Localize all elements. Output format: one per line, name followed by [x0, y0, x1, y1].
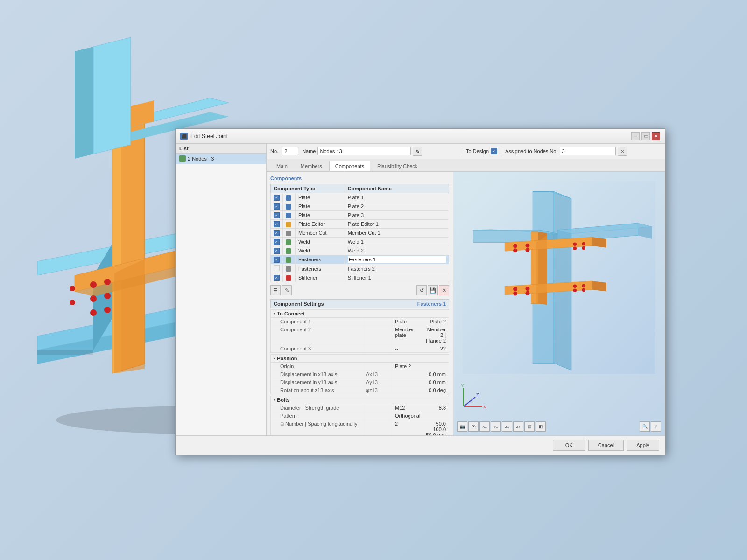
display-options[interactable]: ▤: [524, 421, 535, 432]
component1-row: Component 1 Plate Plate 2: [271, 318, 449, 326]
row-name[interactable]: Weld 1: [345, 238, 449, 246]
checkbox-icon: ✓: [274, 212, 280, 218]
row-color: [283, 193, 296, 202]
checkbox-icon: ✓: [274, 275, 280, 281]
tab-plausibility-check[interactable]: Plausibility Check: [371, 161, 423, 171]
edit-component-button[interactable]: ✎: [282, 285, 292, 295]
svg-point-54: [513, 248, 517, 252]
row-type: Fasteners: [296, 255, 345, 264]
rz13-value: 0.0 deg: [392, 386, 449, 394]
delete-component-button[interactable]: ✕: [439, 285, 449, 295]
table-row[interactable]: ✓StiffenerStiffener 1: [271, 273, 449, 282]
assigned-label: Assigned to Nodes No.: [505, 148, 558, 154]
table-row[interactable]: ✓WeldWeld 2: [271, 246, 449, 255]
assigned-input[interactable]: [560, 147, 616, 155]
components-toolbar: ☰ ✎ ↺ 💾 ✕: [270, 285, 449, 295]
position-group: ▪ Position Origin Plate 2 Disp: [270, 354, 449, 394]
checkbox-icon: ✓: [274, 230, 280, 236]
close-button[interactable]: ✕: [652, 132, 660, 140]
list-item[interactable]: 2 Nodes : 3: [176, 154, 266, 164]
row-checkbox[interactable]: ✓: [271, 255, 283, 264]
minimize-button[interactable]: ─: [631, 132, 640, 140]
bolts-group-header[interactable]: ▪ Bolts: [271, 396, 449, 404]
view-z-button[interactable]: Z±: [502, 421, 512, 432]
dy13-symbol: Δy13: [364, 378, 392, 386]
table-row[interactable]: ✓PlatePlate 3: [271, 211, 449, 220]
to-design-label: To Design: [466, 148, 489, 154]
to-design-checkbox[interactable]: ✓: [491, 148, 497, 154]
row-name[interactable]: Plate 3: [345, 211, 449, 220]
list-header: List: [176, 144, 266, 154]
to-connect-group-header[interactable]: ▪ To Connect: [271, 310, 449, 318]
tab-main[interactable]: Main: [270, 161, 294, 171]
table-row[interactable]: ✓PlatePlate 1: [271, 193, 449, 202]
row-checkbox[interactable]: ✓: [271, 246, 283, 255]
add-component-button[interactable]: ☰: [270, 285, 281, 295]
spacing-long-num: 2: [392, 420, 421, 435]
checkbox-icon: ✓: [274, 248, 280, 254]
row-color: [283, 238, 296, 246]
tab-members[interactable]: Members: [295, 161, 328, 171]
no-input[interactable]: [282, 147, 298, 155]
row-color: [283, 211, 296, 220]
table-row[interactable]: ✓WeldWeld 1: [271, 238, 449, 246]
svg-point-53: [525, 244, 529, 248]
apply-button[interactable]: Apply: [627, 440, 659, 451]
refresh-button[interactable]: ↺: [416, 285, 427, 295]
row-name[interactable]: Stiffener 1: [345, 273, 449, 282]
name-input[interactable]: [317, 147, 411, 155]
view-options1[interactable]: Z↑: [513, 421, 523, 432]
bottom-bar: OK Cancel Apply: [176, 435, 665, 455]
render-button[interactable]: ◧: [536, 421, 546, 432]
color-indicator: [286, 213, 291, 218]
row-checkbox[interactable]: [271, 264, 283, 273]
save-component-button[interactable]: 💾: [428, 285, 438, 295]
fullscreen-button[interactable]: ⤢: [651, 421, 661, 432]
components-section-title: Components: [270, 175, 449, 181]
row-name[interactable]: Plate 1: [345, 193, 449, 202]
component1-mid: [364, 318, 392, 325]
row-name[interactable]: Fasteners 2: [345, 264, 449, 273]
tab-components[interactable]: Components: [329, 161, 370, 171]
name-group: Name ✎: [302, 147, 458, 156]
diameter-row: Diameter | Strength grade M12 8.8: [271, 404, 449, 412]
row-name[interactable]: Plate 2: [345, 202, 449, 211]
cancel-button[interactable]: Cancel: [588, 440, 624, 451]
maximize-button[interactable]: ▭: [641, 132, 650, 140]
row-name[interactable]: Weld 2: [345, 246, 449, 255]
row-checkbox[interactable]: ✓: [271, 202, 283, 211]
row-name[interactable]: [345, 255, 449, 264]
row-checkbox[interactable]: ✓: [271, 211, 283, 220]
view-x-button[interactable]: X±: [479, 421, 490, 432]
screenshot-button[interactable]: 📷: [457, 421, 467, 432]
row-name[interactable]: Plate Editor 1: [345, 220, 449, 229]
position-group-header[interactable]: ▪ Position: [271, 355, 449, 363]
col-name-header: Component Name: [345, 184, 449, 193]
bolts-label: Bolts: [277, 397, 290, 403]
row-name[interactable]: Member Cut 1: [345, 229, 449, 238]
view-y-button[interactable]: Y±: [491, 421, 501, 432]
origin-row: Origin Plate 2: [271, 363, 449, 371]
eye-button[interactable]: 👁: [468, 421, 479, 432]
ok-button[interactable]: OK: [553, 440, 585, 451]
svg-marker-38: [554, 192, 571, 371]
main-split: Components Component Type Component Name…: [267, 172, 665, 435]
row-checkbox[interactable]: ✓: [271, 273, 283, 282]
name-edit-button[interactable]: ✎: [413, 147, 422, 156]
row-checkbox[interactable]: ✓: [271, 220, 283, 229]
row-checkbox[interactable]: ✓: [271, 238, 283, 246]
table-row[interactable]: ✓PlatePlate 2: [271, 202, 449, 211]
svg-marker-49: [592, 237, 606, 248]
table-row[interactable]: ✓Plate EditorPlate Editor 1: [271, 220, 449, 229]
row-checkbox[interactable]: ✓: [271, 193, 283, 202]
component-name-input[interactable]: [348, 256, 446, 263]
table-row[interactable]: ✓Member CutMember Cut 1: [271, 229, 449, 238]
row-checkbox[interactable]: ✓: [271, 229, 283, 238]
table-row[interactable]: ✓Fasteners: [271, 255, 449, 264]
row-type: Member Cut: [296, 229, 345, 238]
assigned-clear-button[interactable]: ✕: [618, 147, 627, 156]
row-type: Plate Editor: [296, 220, 345, 229]
table-row[interactable]: FastenersFasteners 2: [271, 264, 449, 273]
zoom-button[interactable]: 🔍: [640, 421, 650, 432]
dy13-row: Displacement in y13-axis Δy13 0.0 mm: [271, 378, 449, 386]
